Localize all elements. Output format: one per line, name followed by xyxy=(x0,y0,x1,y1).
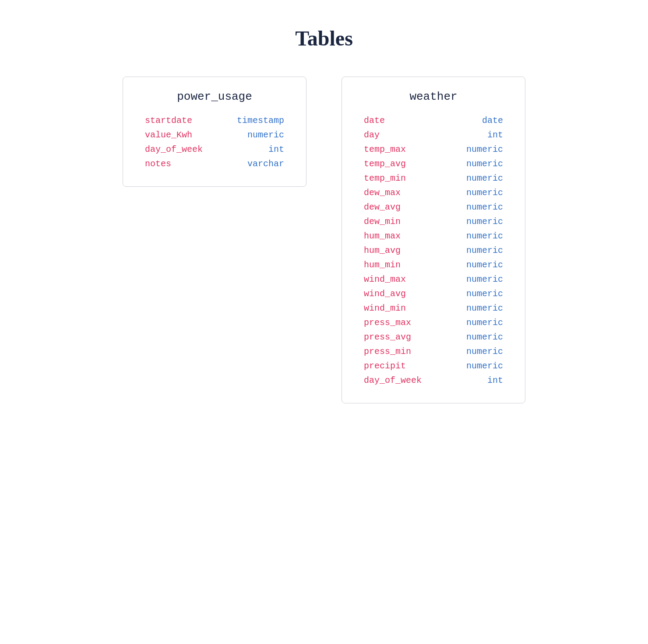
column-name: day_of_week xyxy=(364,375,422,385)
column-type: numeric xyxy=(466,173,503,183)
column-name: day xyxy=(364,130,380,140)
table-card-power_usage: power_usagestartdatetimestampvalue_Kwhnu… xyxy=(123,77,306,187)
table-row: value_Kwhnumeric xyxy=(145,130,284,140)
column-name: value_Kwh xyxy=(145,130,192,140)
column-name: notes xyxy=(145,159,171,169)
column-name: startdate xyxy=(145,116,192,126)
table-row: dayint xyxy=(364,130,503,140)
table-row: datedate xyxy=(364,116,503,126)
column-name: temp_min xyxy=(364,173,406,183)
column-name: date xyxy=(364,116,385,126)
column-type: numeric xyxy=(466,361,503,371)
column-type: numeric xyxy=(466,318,503,328)
column-name: dew_min xyxy=(364,217,401,227)
table-row: dew_maxnumeric xyxy=(364,188,503,198)
column-type: numeric xyxy=(466,332,503,342)
column-name: hum_min xyxy=(364,260,401,270)
table-name-power_usage: power_usage xyxy=(145,90,284,103)
table-row: press_maxnumeric xyxy=(364,318,503,328)
column-type: numeric xyxy=(466,231,503,241)
table-row: hum_minnumeric xyxy=(364,260,503,270)
column-type: numeric xyxy=(466,217,503,227)
column-name: hum_avg xyxy=(364,245,401,256)
column-name: temp_max xyxy=(364,144,406,154)
column-type: numeric xyxy=(466,274,503,284)
column-type: int xyxy=(268,144,284,154)
table-row: temp_maxnumeric xyxy=(364,144,503,154)
table-row: day_of_weekint xyxy=(364,375,503,385)
column-type: int xyxy=(487,375,503,385)
column-type: numeric xyxy=(466,303,503,313)
column-name: wind_min xyxy=(364,303,406,313)
column-name: dew_avg xyxy=(364,202,401,212)
table-row: day_of_weekint xyxy=(145,144,284,154)
table-row: temp_avgnumeric xyxy=(364,159,503,169)
table-row: wind_minnumeric xyxy=(364,303,503,313)
column-type: numeric xyxy=(466,289,503,299)
column-name: press_min xyxy=(364,346,411,357)
table-row: press_avgnumeric xyxy=(364,332,503,342)
column-type: numeric xyxy=(466,245,503,256)
table-name-weather: weather xyxy=(364,90,503,103)
column-name: press_max xyxy=(364,318,411,328)
column-name: wind_avg xyxy=(364,289,406,299)
column-type: numeric xyxy=(466,346,503,357)
column-name: hum_max xyxy=(364,231,401,241)
table-row: notesvarchar xyxy=(145,159,284,169)
column-name: day_of_week xyxy=(145,144,203,154)
column-type: int xyxy=(487,130,503,140)
table-rows-power_usage: startdatetimestampvalue_Kwhnumericday_of… xyxy=(145,116,284,169)
column-name: temp_avg xyxy=(364,159,406,169)
table-card-weather: weatherdatedatedayinttemp_maxnumerictemp… xyxy=(342,77,525,403)
column-name: precipit xyxy=(364,361,406,371)
table-row: press_minnumeric xyxy=(364,346,503,357)
column-type: numeric xyxy=(247,130,284,140)
column-name: wind_max xyxy=(364,274,406,284)
table-row: hum_avgnumeric xyxy=(364,245,503,256)
table-row: precipitnumeric xyxy=(364,361,503,371)
table-row: startdatetimestamp xyxy=(145,116,284,126)
column-type: numeric xyxy=(466,144,503,154)
column-type: numeric xyxy=(466,202,503,212)
column-type: numeric xyxy=(466,260,503,270)
column-type: numeric xyxy=(466,188,503,198)
tables-container: power_usagestartdatetimestampvalue_Kwhnu… xyxy=(0,77,648,403)
column-name: dew_max xyxy=(364,188,401,198)
table-row: wind_maxnumeric xyxy=(364,274,503,284)
column-type: varchar xyxy=(247,159,284,169)
column-type: date xyxy=(482,116,503,126)
table-row: dew_avgnumeric xyxy=(364,202,503,212)
column-type: numeric xyxy=(466,159,503,169)
column-name: press_avg xyxy=(364,332,411,342)
table-rows-weather: datedatedayinttemp_maxnumerictemp_avgnum… xyxy=(364,116,503,385)
table-row: dew_minnumeric xyxy=(364,217,503,227)
page-title: Tables xyxy=(0,0,648,77)
column-type: timestamp xyxy=(237,116,284,126)
table-row: hum_maxnumeric xyxy=(364,231,503,241)
table-row: wind_avgnumeric xyxy=(364,289,503,299)
table-row: temp_minnumeric xyxy=(364,173,503,183)
